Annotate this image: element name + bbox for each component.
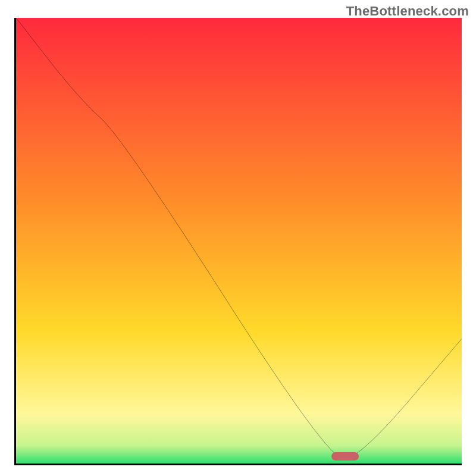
watermark-text: TheBottleneck.com xyxy=(346,4,469,19)
optimal-point-marker xyxy=(331,452,359,461)
bottleneck-curve xyxy=(16,18,462,464)
chart-container: TheBottleneck.com xyxy=(0,0,476,476)
plot-area xyxy=(14,18,462,465)
